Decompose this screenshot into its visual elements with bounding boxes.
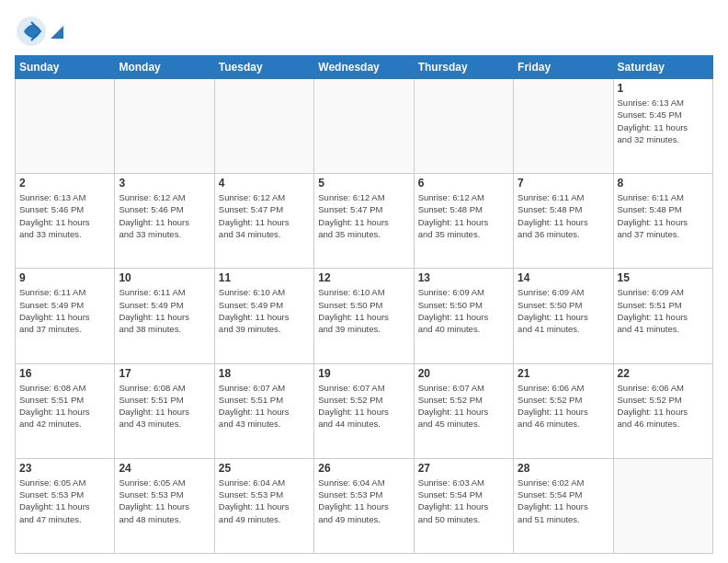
day-number: 5 bbox=[318, 177, 409, 190]
day-info: Sunrise: 6:11 AM Sunset: 5:48 PM Dayligh… bbox=[618, 191, 709, 240]
day-info: Sunrise: 6:11 AM Sunset: 5:48 PM Dayligh… bbox=[518, 191, 609, 240]
weekday-header-monday: Monday bbox=[115, 56, 214, 79]
day-info: Sunrise: 6:09 AM Sunset: 5:51 PM Dayligh… bbox=[618, 286, 709, 335]
day-number: 12 bbox=[318, 271, 409, 284]
calendar-week-1: 2Sunrise: 6:13 AM Sunset: 5:46 PM Daylig… bbox=[16, 174, 713, 269]
calendar-cell-w2d4: 13Sunrise: 6:09 AM Sunset: 5:50 PM Dayli… bbox=[414, 269, 513, 363]
weekday-header-thursday: Thursday bbox=[414, 56, 513, 79]
day-number: 19 bbox=[318, 367, 409, 380]
calendar-cell-w0d4 bbox=[414, 79, 513, 174]
calendar-cell-w0d5 bbox=[514, 79, 613, 174]
calendar-cell-w1d5: 7Sunrise: 6:11 AM Sunset: 5:48 PM Daylig… bbox=[514, 174, 613, 269]
page-header bbox=[15, 15, 713, 48]
day-number: 22 bbox=[618, 367, 709, 380]
calendar-cell-w4d4: 27Sunrise: 6:03 AM Sunset: 5:54 PM Dayli… bbox=[414, 458, 513, 553]
calendar-cell-w4d5: 28Sunrise: 6:02 AM Sunset: 5:54 PM Dayli… bbox=[514, 458, 613, 553]
day-number: 23 bbox=[19, 462, 110, 475]
day-info: Sunrise: 6:13 AM Sunset: 5:45 PM Dayligh… bbox=[618, 97, 709, 145]
day-info: Sunrise: 6:08 AM Sunset: 5:51 PM Dayligh… bbox=[119, 382, 210, 431]
logo bbox=[15, 15, 63, 48]
day-info: Sunrise: 6:12 AM Sunset: 5:48 PM Dayligh… bbox=[418, 191, 509, 240]
day-number: 10 bbox=[119, 271, 210, 284]
calendar-cell-w2d1: 10Sunrise: 6:11 AM Sunset: 5:49 PM Dayli… bbox=[115, 269, 214, 363]
calendar-cell-w3d0: 16Sunrise: 6:08 AM Sunset: 5:51 PM Dayli… bbox=[16, 363, 115, 458]
calendar-cell-w1d0: 2Sunrise: 6:13 AM Sunset: 5:46 PM Daylig… bbox=[16, 174, 115, 269]
day-number: 21 bbox=[518, 367, 609, 380]
day-info: Sunrise: 6:06 AM Sunset: 5:52 PM Dayligh… bbox=[518, 382, 609, 431]
calendar-cell-w3d6: 22Sunrise: 6:06 AM Sunset: 5:52 PM Dayli… bbox=[613, 363, 712, 458]
weekday-header-row: SundayMondayTuesdayWednesdayThursdayFrid… bbox=[16, 56, 713, 79]
calendar-cell-w3d1: 17Sunrise: 6:08 AM Sunset: 5:51 PM Dayli… bbox=[115, 363, 214, 458]
logo-triangle bbox=[51, 26, 63, 39]
day-info: Sunrise: 6:10 AM Sunset: 5:49 PM Dayligh… bbox=[219, 286, 310, 335]
day-info: Sunrise: 6:11 AM Sunset: 5:49 PM Dayligh… bbox=[19, 286, 110, 335]
day-number: 15 bbox=[618, 271, 709, 284]
day-info: Sunrise: 6:04 AM Sunset: 5:53 PM Dayligh… bbox=[219, 477, 310, 525]
day-number: 16 bbox=[19, 367, 110, 380]
calendar-cell-w2d3: 12Sunrise: 6:10 AM Sunset: 5:50 PM Dayli… bbox=[314, 269, 414, 363]
day-info: Sunrise: 6:04 AM Sunset: 5:53 PM Dayligh… bbox=[318, 477, 409, 525]
calendar-cell-w1d4: 6Sunrise: 6:12 AM Sunset: 5:48 PM Daylig… bbox=[414, 174, 513, 269]
day-number: 2 bbox=[19, 177, 110, 190]
calendar-cell-w2d5: 14Sunrise: 6:09 AM Sunset: 5:50 PM Dayli… bbox=[514, 269, 613, 363]
calendar-week-3: 16Sunrise: 6:08 AM Sunset: 5:51 PM Dayli… bbox=[16, 363, 713, 458]
day-info: Sunrise: 6:13 AM Sunset: 5:46 PM Dayligh… bbox=[19, 191, 110, 240]
day-number: 8 bbox=[618, 177, 709, 190]
day-number: 26 bbox=[318, 462, 409, 475]
calendar-week-0: 1Sunrise: 6:13 AM Sunset: 5:45 PM Daylig… bbox=[16, 79, 713, 174]
weekday-header-saturday: Saturday bbox=[613, 56, 712, 79]
calendar-cell-w0d6: 1Sunrise: 6:13 AM Sunset: 5:45 PM Daylig… bbox=[613, 79, 712, 174]
weekday-header-sunday: Sunday bbox=[16, 56, 115, 79]
calendar-cell-w1d3: 5Sunrise: 6:12 AM Sunset: 5:47 PM Daylig… bbox=[314, 174, 414, 269]
calendar-cell-w3d5: 21Sunrise: 6:06 AM Sunset: 5:52 PM Dayli… bbox=[514, 363, 613, 458]
calendar-cell-w2d2: 11Sunrise: 6:10 AM Sunset: 5:49 PM Dayli… bbox=[214, 269, 313, 363]
calendar-cell-w0d2 bbox=[214, 79, 313, 174]
day-number: 28 bbox=[518, 462, 609, 475]
day-info: Sunrise: 6:02 AM Sunset: 5:54 PM Dayligh… bbox=[518, 477, 609, 525]
day-number: 20 bbox=[418, 367, 509, 380]
day-info: Sunrise: 6:06 AM Sunset: 5:52 PM Dayligh… bbox=[618, 382, 709, 431]
calendar-cell-w0d0 bbox=[16, 79, 115, 174]
calendar-week-2: 9Sunrise: 6:11 AM Sunset: 5:49 PM Daylig… bbox=[16, 269, 713, 363]
calendar-cell-w4d3: 26Sunrise: 6:04 AM Sunset: 5:53 PM Dayli… bbox=[314, 458, 414, 553]
calendar-cell-w1d2: 4Sunrise: 6:12 AM Sunset: 5:47 PM Daylig… bbox=[214, 174, 313, 269]
day-number: 25 bbox=[219, 462, 310, 475]
day-number: 3 bbox=[119, 177, 210, 190]
calendar-cell-w4d1: 24Sunrise: 6:05 AM Sunset: 5:53 PM Dayli… bbox=[115, 458, 214, 553]
day-number: 4 bbox=[219, 177, 310, 190]
logo-icon bbox=[15, 15, 48, 48]
weekday-header-tuesday: Tuesday bbox=[214, 56, 313, 79]
calendar-cell-w4d0: 23Sunrise: 6:05 AM Sunset: 5:53 PM Dayli… bbox=[16, 458, 115, 553]
day-info: Sunrise: 6:07 AM Sunset: 5:51 PM Dayligh… bbox=[219, 382, 310, 431]
day-info: Sunrise: 6:05 AM Sunset: 5:53 PM Dayligh… bbox=[19, 477, 110, 525]
day-number: 17 bbox=[119, 367, 210, 380]
day-info: Sunrise: 6:11 AM Sunset: 5:49 PM Dayligh… bbox=[119, 286, 210, 335]
day-info: Sunrise: 6:05 AM Sunset: 5:53 PM Dayligh… bbox=[119, 477, 210, 525]
calendar-cell-w4d2: 25Sunrise: 6:04 AM Sunset: 5:53 PM Dayli… bbox=[214, 458, 313, 553]
calendar-cell-w1d1: 3Sunrise: 6:12 AM Sunset: 5:46 PM Daylig… bbox=[115, 174, 214, 269]
calendar-cell-w2d6: 15Sunrise: 6:09 AM Sunset: 5:51 PM Dayli… bbox=[613, 269, 712, 363]
calendar-cell-w0d3 bbox=[314, 79, 414, 174]
day-info: Sunrise: 6:12 AM Sunset: 5:47 PM Dayligh… bbox=[318, 191, 409, 240]
day-info: Sunrise: 6:12 AM Sunset: 5:47 PM Dayligh… bbox=[219, 191, 310, 240]
calendar-cell-w3d4: 20Sunrise: 6:07 AM Sunset: 5:52 PM Dayli… bbox=[414, 363, 513, 458]
calendar-table: SundayMondayTuesdayWednesdayThursdayFrid… bbox=[15, 55, 713, 554]
day-info: Sunrise: 6:07 AM Sunset: 5:52 PM Dayligh… bbox=[318, 382, 409, 431]
day-info: Sunrise: 6:09 AM Sunset: 5:50 PM Dayligh… bbox=[418, 286, 509, 335]
calendar-cell-w3d3: 19Sunrise: 6:07 AM Sunset: 5:52 PM Dayli… bbox=[314, 363, 414, 458]
day-number: 27 bbox=[418, 462, 509, 475]
day-number: 9 bbox=[19, 271, 110, 284]
day-info: Sunrise: 6:10 AM Sunset: 5:50 PM Dayligh… bbox=[318, 286, 409, 335]
calendar-cell-w3d2: 18Sunrise: 6:07 AM Sunset: 5:51 PM Dayli… bbox=[214, 363, 313, 458]
weekday-header-wednesday: Wednesday bbox=[314, 56, 414, 79]
calendar-cell-w1d6: 8Sunrise: 6:11 AM Sunset: 5:48 PM Daylig… bbox=[613, 174, 712, 269]
day-number: 11 bbox=[219, 271, 310, 284]
day-number: 1 bbox=[618, 82, 709, 95]
day-number: 18 bbox=[219, 367, 310, 380]
day-info: Sunrise: 6:03 AM Sunset: 5:54 PM Dayligh… bbox=[418, 477, 509, 525]
day-number: 14 bbox=[518, 271, 609, 284]
day-info: Sunrise: 6:07 AM Sunset: 5:52 PM Dayligh… bbox=[418, 382, 509, 431]
day-info: Sunrise: 6:12 AM Sunset: 5:46 PM Dayligh… bbox=[119, 191, 210, 240]
calendar-cell-w0d1 bbox=[115, 79, 214, 174]
day-number: 24 bbox=[119, 462, 210, 475]
